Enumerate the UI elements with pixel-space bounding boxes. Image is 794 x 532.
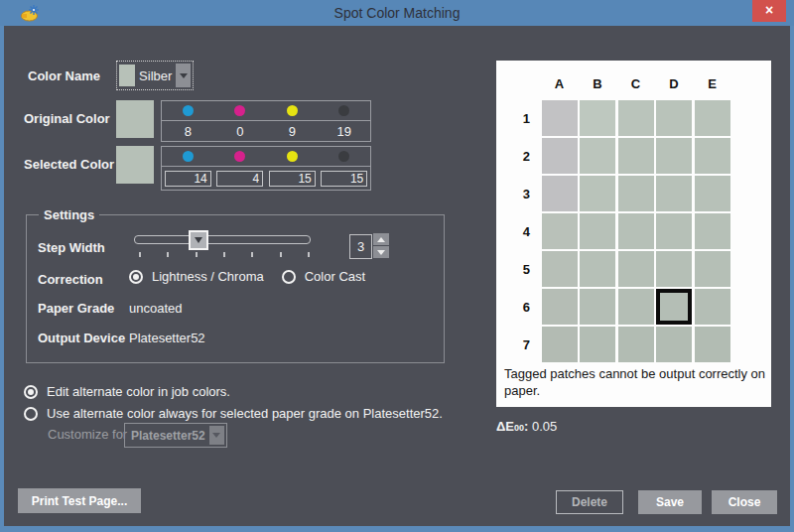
customize-for-value: Platesetter52: [127, 429, 209, 443]
correction-label: Correction: [38, 272, 103, 287]
paper-grade-value: uncoated: [129, 301, 183, 316]
save-button[interactable]: Save: [638, 490, 702, 514]
patch-A5[interactable]: [542, 251, 578, 287]
cyan-dot-icon: [183, 105, 194, 116]
patch-E3[interactable]: [695, 176, 730, 211]
patch-E6[interactable]: [695, 289, 730, 325]
patch-E4[interactable]: [695, 213, 730, 249]
original-color-label: Original Color: [24, 111, 110, 126]
correction-radio-icon-0[interactable]: [129, 270, 143, 284]
chevron-down-icon: [180, 73, 188, 78]
arrow-down-icon: [377, 250, 385, 255]
patch-E5[interactable]: [695, 251, 730, 287]
patch-D6[interactable]: [656, 289, 692, 325]
patch-C2[interactable]: [618, 138, 654, 174]
color-name-combo[interactable]: Silber: [116, 61, 194, 90]
correction-radio-icon-1[interactable]: [282, 270, 296, 284]
patch-A1[interactable]: [542, 100, 578, 136]
correction-option-1[interactable]: Color Cast: [282, 269, 365, 284]
window-title: Spot Color Matching: [0, 5, 794, 21]
row-label-2: 2: [504, 138, 539, 174]
slider-tick: [139, 252, 141, 257]
customize-for-dropdown-button[interactable]: [209, 426, 224, 445]
selected-black-input[interactable]: [321, 171, 367, 187]
patch-D1[interactable]: [656, 100, 692, 136]
paper-grade-label: Paper Grade: [38, 301, 114, 316]
selected-yellow-input[interactable]: [269, 171, 316, 187]
patch-C5[interactable]: [618, 251, 654, 287]
delete-button[interactable]: Delete: [556, 490, 623, 514]
selected-magenta-input[interactable]: [216, 171, 263, 187]
print-test-page-button[interactable]: Print Test Page...: [18, 488, 141, 513]
output-device-value: Platesetter52: [129, 331, 205, 345]
patch-A2[interactable]: [542, 138, 578, 174]
output-device-label: Output Device: [38, 331, 125, 345]
close-button[interactable]: Close: [712, 490, 777, 514]
alternate-radio-icon-1[interactable]: [24, 407, 38, 421]
close-window-button[interactable]: ×: [752, 0, 786, 22]
patch-D3[interactable]: [656, 176, 692, 211]
slider-ticks: [139, 252, 310, 257]
patch-B7[interactable]: [580, 327, 615, 362]
black-dot-icon: [338, 151, 349, 162]
col-header-A: A: [542, 68, 578, 98]
patch-B4[interactable]: [580, 213, 615, 249]
delta-e-separator: :: [524, 419, 532, 434]
alternate-color-options: Edit alternate color in job colors.Use a…: [24, 384, 443, 421]
selected-color-swatch: [116, 146, 154, 184]
patch-C7[interactable]: [618, 327, 654, 362]
original-color-swatch: [116, 100, 154, 138]
col-header-B: B: [580, 68, 615, 98]
step-width-increase-button[interactable]: [373, 233, 389, 245]
patch-grid: ABCDE1234567: [504, 68, 730, 362]
alternate-option-1[interactable]: Use alternate color always for selected …: [24, 406, 443, 421]
slider-tick: [280, 252, 282, 257]
patch-C1[interactable]: [618, 100, 654, 136]
magenta-dot-icon: [234, 151, 245, 162]
selected-cyan-input[interactable]: [165, 171, 211, 187]
delta-e-readout: ΔE00: 0.05: [496, 419, 557, 434]
alternate-option-0[interactable]: Edit alternate color in job colors.: [24, 384, 443, 399]
patch-C3[interactable]: [618, 176, 654, 211]
color-name-dropdown-button[interactable]: [176, 64, 191, 87]
patch-C4[interactable]: [618, 213, 654, 249]
customize-for-combo[interactable]: Platesetter52: [124, 423, 227, 448]
step-width-slider-track[interactable]: [134, 235, 311, 244]
customize-for-label: Customize for: [48, 427, 127, 442]
patch-D7[interactable]: [656, 327, 692, 362]
row-label-4: 4: [504, 213, 539, 249]
original-cyan-value: 8: [185, 124, 192, 139]
patch-D2[interactable]: [656, 138, 692, 174]
patch-B3[interactable]: [580, 176, 615, 211]
patch-A4[interactable]: [542, 213, 578, 249]
patch-B5[interactable]: [580, 251, 615, 287]
col-header-C: C: [618, 68, 654, 98]
patch-B1[interactable]: [580, 100, 615, 136]
col-header-D: D: [656, 68, 692, 98]
alternate-radio-icon-0[interactable]: [24, 385, 38, 399]
patch-A3[interactable]: [542, 176, 578, 211]
delta-e-value: 0.05: [532, 419, 557, 434]
patch-C6[interactable]: [618, 289, 654, 325]
col-header-E: E: [695, 68, 730, 98]
patch-A6[interactable]: [542, 289, 578, 325]
patch-E7[interactable]: [695, 327, 730, 362]
patch-D5[interactable]: [656, 251, 692, 287]
patch-A7[interactable]: [542, 327, 578, 362]
row-label-3: 3: [504, 176, 539, 211]
patch-E2[interactable]: [695, 138, 730, 174]
slider-tick: [223, 252, 225, 257]
step-width-slider-thumb[interactable]: [189, 230, 208, 250]
step-width-label: Step Width: [38, 240, 105, 255]
patch-E1[interactable]: [695, 100, 730, 136]
correction-option-0[interactable]: Lightness / Chroma: [129, 269, 264, 284]
original-yellow-value: 9: [289, 124, 296, 139]
patch-B2[interactable]: [580, 138, 615, 174]
patch-B6[interactable]: [580, 289, 615, 325]
settings-group-title: Settings: [39, 207, 99, 222]
step-width-decrease-button[interactable]: [373, 246, 389, 258]
yellow-dot-icon: [287, 105, 298, 116]
color-name-label: Color Name: [28, 68, 100, 83]
step-width-value[interactable]: 3: [349, 234, 372, 259]
patch-D4[interactable]: [656, 213, 692, 249]
